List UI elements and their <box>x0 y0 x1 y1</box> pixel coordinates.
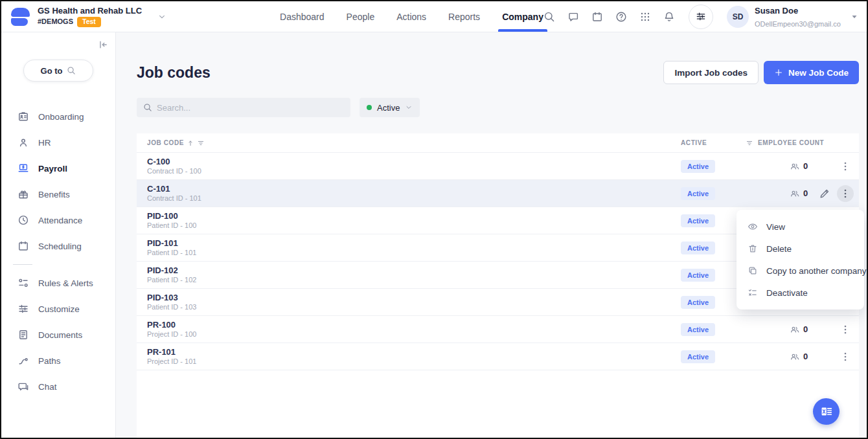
header-icon-button[interactable] <box>639 11 651 23</box>
sidebar-collapse-button[interactable] <box>97 39 109 51</box>
job-code: PID-102 <box>147 265 681 276</box>
nav-item-dashboard[interactable]: Dashboard <box>280 1 325 32</box>
table-row[interactable]: PR-101 Project ID - 101 Active 0 <box>137 343 859 370</box>
job-code: PR-100 <box>147 320 681 330</box>
sidebar-item-chat[interactable]: Chat <box>1 374 115 400</box>
job-code-description: Patient ID - 102 <box>147 276 681 285</box>
table-row[interactable]: C-100 Contract ID - 100 Active 0 <box>137 153 859 180</box>
status-badge: Active <box>681 214 715 227</box>
header-icon-button[interactable] <box>567 11 579 23</box>
sidebar-nav: Onboarding HR Payroll Benefits Attendanc… <box>1 104 115 400</box>
chevron-down-icon <box>405 104 413 111</box>
header-icon-button[interactable] <box>543 11 555 23</box>
job-code-description: Contract ID - 100 <box>147 167 681 176</box>
status-badge: Active <box>681 187 715 200</box>
context-menu-item-view[interactable]: View <box>737 216 864 238</box>
context-menu-item-copy-to-another-company[interactable]: Copy to another company <box>737 260 864 282</box>
header-icon-button[interactable] <box>615 11 627 23</box>
payroll-icon <box>17 163 29 174</box>
new-job-code-button[interactable]: New Job Code <box>764 61 859 84</box>
job-code: C-100 <box>147 157 681 167</box>
apps-grid-icon <box>639 11 651 23</box>
job-code: PID-101 <box>147 238 681 249</box>
help-icon <box>615 11 627 23</box>
row-menu-button[interactable] <box>837 185 854 202</box>
import-job-codes-button[interactable]: Import Job codes <box>663 61 759 84</box>
job-code: PID-100 <box>147 211 681 221</box>
go-to-search[interactable]: Go to <box>23 60 93 82</box>
header-icon-button[interactable] <box>663 11 675 23</box>
collapse-icon <box>97 39 109 51</box>
eye-icon <box>748 221 758 232</box>
row-menu-button[interactable] <box>837 158 854 175</box>
bell-icon <box>663 11 675 23</box>
sidebar-item-rules-alerts[interactable]: Rules & Alerts <box>1 270 115 296</box>
dots-vertical-icon <box>839 192 851 201</box>
nav-item-people[interactable]: People <box>347 1 375 32</box>
people-icon <box>790 188 800 199</box>
sidebar-item-scheduling[interactable]: Scheduling <box>1 233 115 259</box>
sidebar-item-customize[interactable]: Customize <box>1 296 115 322</box>
header-icon-button[interactable] <box>591 11 603 23</box>
sort-up-icon[interactable] <box>187 139 194 147</box>
table-row[interactable]: C-101 Contract ID - 101 Active 0 <box>137 180 859 207</box>
dots-vertical-icon <box>839 164 851 174</box>
column-employee-count: EMPLOYEE COUNT <box>758 139 824 146</box>
benefits-icon <box>17 188 29 200</box>
sidebar-item-onboarding[interactable]: Onboarding <box>1 104 115 129</box>
user-menu[interactable]: SD Susan Doe ODellEmpeon30@gmail.co <box>727 4 859 30</box>
hr-settings-button[interactable] <box>689 5 713 29</box>
row-context-menu: View Delete Copy to another company Deac… <box>737 210 864 310</box>
nav-item-actions[interactable]: Actions <box>396 1 426 32</box>
dots-vertical-icon <box>839 355 851 365</box>
chevron-down-icon[interactable] <box>157 12 166 21</box>
search-icon <box>143 103 152 112</box>
sidebar-item-documents[interactable]: Documents <box>1 322 115 348</box>
status-filter-label: Active <box>377 103 400 113</box>
scheduling-icon <box>17 240 29 252</box>
nav-item-company[interactable]: Company <box>502 1 543 32</box>
pencil-icon <box>819 192 830 201</box>
status-filter-dropdown[interactable]: Active <box>360 98 420 117</box>
sidebar-divider <box>13 264 32 265</box>
nav-item-reports[interactable]: Reports <box>448 1 480 32</box>
job-code: PR-101 <box>147 347 681 357</box>
user-email: ODellEmpeon30@gmail.co <box>755 20 841 28</box>
context-menu-item-delete[interactable]: Delete <box>737 238 864 260</box>
documents-icon <box>17 329 29 341</box>
sidebar-item-hr[interactable]: HR <box>1 129 115 155</box>
sidebar-item-paths[interactable]: Paths <box>1 348 115 374</box>
table-row[interactable]: PR-100 Project ID - 100 Active 0 <box>137 316 859 343</box>
sidebar-item-attendance[interactable]: Attendance <box>1 207 115 233</box>
context-menu-item-deactivate[interactable]: Deactivate <box>737 282 864 304</box>
avatar: SD <box>727 6 749 28</box>
row-menu-button[interactable] <box>837 348 854 365</box>
company-switcher[interactable]: GS Health and Rehab LLC #DEMOGS Test <box>10 1 166 32</box>
employee-count: 0 <box>803 324 808 334</box>
plus-icon <box>774 68 783 77</box>
app-logo-icon <box>10 6 31 27</box>
filter-icon[interactable] <box>746 139 753 147</box>
sidebar-item-benefits[interactable]: Benefits <box>1 181 115 207</box>
edit-row-button[interactable] <box>817 186 832 201</box>
column-active: ACTIVE <box>681 139 707 146</box>
search-input[interactable] <box>157 103 344 113</box>
filter-icon[interactable] <box>197 139 205 147</box>
row-menu-button[interactable] <box>837 321 854 338</box>
company-name: GS Health and Rehab LLC <box>38 6 142 16</box>
paths-icon <box>17 355 29 366</box>
trash-icon <box>748 243 758 254</box>
comments-icon <box>567 11 579 23</box>
people-icon <box>790 161 800 172</box>
dots-vertical-icon <box>839 328 851 337</box>
caret-down-icon <box>850 12 859 21</box>
search-icon <box>67 66 76 75</box>
search-icon <box>543 11 555 23</box>
export-to-excel-button[interactable] <box>813 398 839 425</box>
attendance-icon <box>17 214 29 226</box>
status-badge: Active <box>681 269 715 282</box>
sidebar-item-payroll[interactable]: Payroll <box>1 155 115 181</box>
chat-icon <box>17 381 29 392</box>
employee-count: 0 <box>803 352 808 361</box>
rules-icon <box>17 277 29 289</box>
